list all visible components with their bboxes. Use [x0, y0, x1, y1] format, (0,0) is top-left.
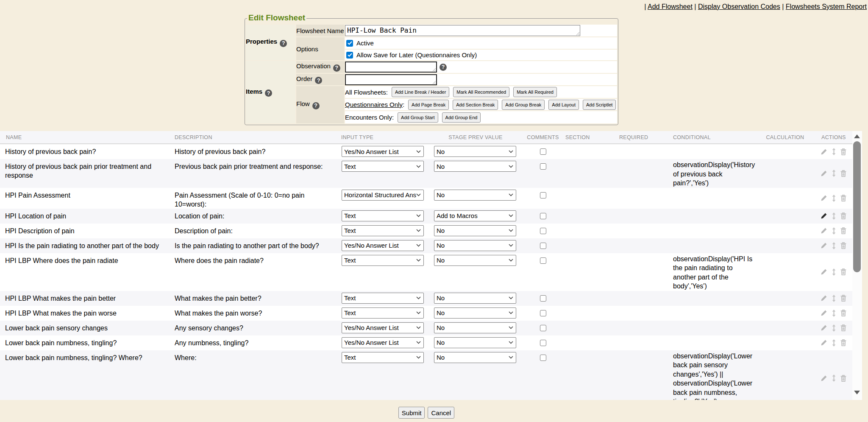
move-updown-icon[interactable] [832, 324, 836, 332]
edit-pencil-icon[interactable] [821, 268, 827, 275]
link-flowsheets-system-report[interactable]: Flowsheets System Report [786, 3, 867, 10]
delete-trash-icon[interactable] [840, 242, 846, 249]
comments-checkbox[interactable] [540, 340, 546, 346]
comments-checkbox[interactable] [540, 163, 546, 170]
edit-pencil-icon[interactable] [821, 375, 827, 382]
allow-save-checkbox[interactable] [346, 52, 353, 59]
observation-help-icon[interactable]: ? [333, 64, 340, 72]
scrollbar-thumb[interactable] [853, 141, 861, 272]
move-updown-icon[interactable] [832, 170, 836, 177]
input-type-select[interactable]: Yes/No Answer List [342, 146, 424, 157]
edit-pencil-icon[interactable] [821, 339, 827, 346]
button-add-section-break[interactable]: Add Section Break [453, 100, 498, 110]
stage-prev-value-select[interactable]: No [434, 190, 516, 201]
resize-grip-icon[interactable] [576, 32, 580, 36]
input-type-select[interactable]: Text [342, 293, 424, 304]
stage-prev-value-select[interactable]: No [434, 352, 516, 363]
input-type-select[interactable]: Text [342, 307, 424, 319]
stage-prev-value-select[interactable]: Add to Macros [434, 210, 516, 221]
move-updown-icon[interactable] [832, 295, 836, 302]
comments-checkbox[interactable] [540, 355, 546, 361]
button-add-group-end[interactable]: Add Group End [442, 112, 481, 123]
cancel-button[interactable]: Cancel [428, 407, 454, 419]
comments-checkbox[interactable] [540, 310, 546, 316]
scrollbar-down-arrow[interactable] [854, 391, 860, 394]
edit-pencil-icon[interactable] [821, 212, 827, 219]
edit-pencil-icon[interactable] [821, 295, 827, 302]
input-type-select[interactable]: Text [342, 210, 424, 221]
stage-prev-value-select[interactable]: No [434, 240, 516, 251]
edit-pencil-icon[interactable] [821, 195, 827, 201]
properties-help-icon[interactable]: ? [280, 40, 287, 47]
comments-checkbox[interactable] [540, 192, 546, 198]
button-mark-all-recommended[interactable]: Mark All Recommended [453, 87, 509, 97]
comments-checkbox[interactable] [540, 257, 546, 264]
delete-trash-icon[interactable] [840, 339, 846, 346]
comments-checkbox[interactable] [540, 148, 546, 155]
edit-pencil-icon[interactable] [821, 310, 827, 316]
move-updown-icon[interactable] [832, 148, 836, 155]
link-add-flowsheet[interactable]: Add Flowsheet [648, 3, 693, 10]
items-help-icon[interactable]: ? [265, 89, 272, 97]
stage-prev-value-select[interactable]: No [434, 161, 516, 172]
button-add-scriptlet[interactable]: Add Scriptlet [583, 100, 616, 110]
resize-grip-icon[interactable] [432, 68, 436, 72]
flow-help-icon[interactable]: ? [312, 102, 320, 109]
observation-field-help-icon[interactable]: ? [440, 64, 447, 71]
stage-prev-value-select[interactable]: No [434, 255, 516, 266]
stage-prev-value-select[interactable]: No [434, 337, 516, 348]
input-type-select[interactable]: Text [342, 225, 424, 236]
resize-grip-icon[interactable] [432, 81, 436, 84]
move-updown-icon[interactable] [832, 212, 836, 220]
move-updown-icon[interactable] [832, 339, 836, 347]
stage-prev-value-select[interactable]: No [434, 322, 516, 333]
move-updown-icon[interactable] [832, 242, 836, 249]
input-type-select[interactable]: Yes/No Answer List [342, 240, 424, 251]
delete-trash-icon[interactable] [840, 148, 846, 155]
delete-trash-icon[interactable] [840, 170, 846, 177]
order-input[interactable] [345, 74, 437, 85]
delete-trash-icon[interactable] [840, 375, 846, 382]
stage-prev-value-select[interactable]: No [434, 293, 516, 304]
input-type-select[interactable]: Text [342, 161, 424, 172]
input-type-select[interactable]: Text [342, 255, 424, 266]
delete-trash-icon[interactable] [840, 310, 846, 316]
stage-prev-value-select[interactable]: No [434, 225, 516, 236]
delete-trash-icon[interactable] [840, 195, 846, 201]
stage-prev-value-select[interactable]: No [434, 146, 516, 157]
comments-checkbox[interactable] [540, 325, 546, 331]
input-type-select[interactable]: Yes/No Answer List [342, 337, 424, 348]
edit-pencil-icon[interactable] [821, 148, 827, 155]
input-type-select[interactable]: Horizontal Structured Ans [342, 190, 424, 201]
move-updown-icon[interactable] [832, 310, 836, 317]
move-updown-icon[interactable] [832, 268, 836, 276]
button-add-line-break-header[interactable]: Add Line Break / Header [392, 87, 449, 97]
comments-checkbox[interactable] [540, 228, 546, 234]
submit-button[interactable]: Submit [398, 407, 425, 419]
button-mark-all-required[interactable]: Mark All Required [513, 87, 557, 97]
active-checkbox[interactable] [346, 40, 353, 47]
delete-trash-icon[interactable] [840, 212, 846, 219]
edit-pencil-icon[interactable] [821, 324, 827, 331]
delete-trash-icon[interactable] [840, 295, 846, 302]
button-add-group-start[interactable]: Add Group Start [398, 112, 438, 123]
delete-trash-icon[interactable] [840, 324, 846, 331]
flowsheet-name-input[interactable]: HPI-Low Back Pain [345, 25, 580, 36]
delete-trash-icon[interactable] [840, 268, 846, 275]
move-updown-icon[interactable] [832, 374, 836, 382]
observation-input[interactable] [345, 61, 437, 73]
delete-trash-icon[interactable] [840, 227, 846, 234]
button-add-page-break[interactable]: Add Page Break [408, 100, 449, 110]
comments-checkbox[interactable] [540, 295, 546, 302]
button-add-layout[interactable]: Add Layout [548, 100, 579, 110]
edit-pencil-icon[interactable] [821, 227, 827, 234]
move-updown-icon[interactable] [832, 227, 836, 235]
order-help-icon[interactable]: ? [315, 77, 322, 84]
button-add-group-break[interactable]: Add Group Break [502, 100, 545, 110]
input-type-select[interactable]: Yes/No Answer List [342, 322, 424, 333]
scrollbar-up-arrow[interactable] [854, 134, 860, 138]
comments-checkbox[interactable] [540, 243, 546, 249]
link-display-observation-codes[interactable]: Display Observation Codes [698, 3, 780, 10]
move-updown-icon[interactable] [832, 195, 836, 202]
comments-checkbox[interactable] [540, 213, 546, 219]
